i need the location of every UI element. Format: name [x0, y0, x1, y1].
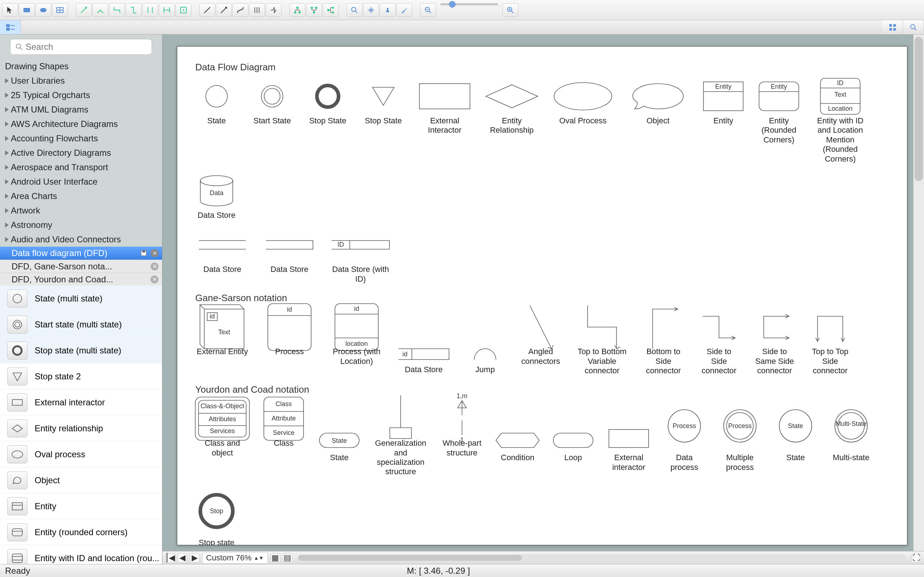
eyedrop-icon[interactable]: [396, 3, 412, 17]
library-row[interactable]: AWS Architecture Diagrams: [0, 117, 162, 131]
fit-page-icon[interactable]: ⛶: [912, 553, 921, 562]
close-icon[interactable]: ✕: [150, 263, 158, 271]
library-row[interactable]: Audio and Video Connectors: [0, 232, 162, 247]
stamp-icon[interactable]: [380, 3, 396, 17]
library-row[interactable]: Aerospace and Transport: [0, 160, 162, 174]
grid-view-tab[interactable]: [882, 20, 903, 34]
zoom-slider[interactable]: [440, 3, 498, 5]
svg-rect-10: [315, 7, 317, 9]
library-panel-tab[interactable]: [0, 20, 21, 34]
tree-2[interactable]: [306, 3, 322, 17]
library-row[interactable]: Android User Interface: [0, 174, 162, 189]
canvas[interactable]: Data Flow Diagram State Start State Stop…: [177, 46, 908, 545]
tree-3[interactable]: [323, 3, 339, 17]
page-prev-icon[interactable]: ◀: [178, 553, 187, 562]
search-panel-tab[interactable]: [903, 20, 924, 34]
close-icon[interactable]: ✕: [150, 276, 158, 284]
sub-library-row[interactable]: DFD, Gane-Sarson nota...✕: [0, 259, 162, 272]
shape-icon: [7, 419, 27, 437]
zoom-in-icon[interactable]: [347, 3, 362, 17]
close-icon[interactable]: ✕: [150, 249, 158, 257]
selected-library[interactable]: Data flow diagram (DFD) ✕: [0, 247, 162, 259]
conn-2[interactable]: [92, 3, 108, 17]
svg-text:Data: Data: [210, 189, 224, 197]
search-box[interactable]: [10, 39, 152, 55]
shape-row[interactable]: Oval process: [0, 442, 162, 467]
library-row[interactable]: 25 Typical Orgcharts: [0, 88, 162, 102]
view-mode-2[interactable]: ▤: [283, 553, 292, 562]
svg-text:State: State: [788, 422, 803, 429]
library-row[interactable]: Astronomy: [0, 218, 162, 232]
shape-row[interactable]: Entity: [0, 493, 162, 519]
conn-5[interactable]: [142, 3, 158, 17]
horizontal-scrollbar[interactable]: [298, 554, 906, 561]
conn-6[interactable]: [159, 3, 175, 17]
svg-text:id: id: [210, 313, 215, 320]
conn-3[interactable]: [109, 3, 125, 17]
tree-1[interactable]: [289, 3, 305, 17]
panel-strip: [0, 20, 924, 35]
svg-text:id: id: [402, 351, 407, 358]
svg-rect-45: [419, 84, 470, 109]
expand-icon: [5, 150, 9, 155]
svg-rect-11: [313, 11, 315, 13]
search-input[interactable]: [26, 42, 147, 52]
main-toolbar: [0, 0, 924, 20]
shape-row[interactable]: Entity (rounded corners): [0, 519, 162, 545]
library-row[interactable]: User Libraries: [0, 74, 162, 88]
zoom-in-button[interactable]: [502, 3, 518, 17]
svg-point-15: [352, 7, 356, 11]
zoom-out-button[interactable]: [420, 3, 436, 17]
library-list: Drawing ShapesUser Libraries25 Typical O…: [0, 59, 162, 247]
line-5[interactable]: [266, 3, 281, 17]
svg-point-24: [911, 24, 915, 29]
expand-icon: [5, 93, 9, 98]
library-row[interactable]: Drawing Shapes: [0, 59, 162, 74]
shape-row[interactable]: Object: [0, 467, 162, 493]
conn-4[interactable]: [126, 3, 142, 17]
pan-icon[interactable]: [363, 3, 379, 17]
line-2[interactable]: [216, 3, 232, 17]
view-mode-1[interactable]: ▦: [271, 553, 280, 562]
library-row[interactable]: Area Charts: [0, 189, 162, 203]
svg-text:Attribute: Attribute: [271, 415, 296, 422]
shape-icon: [7, 471, 27, 489]
svg-rect-36: [12, 529, 23, 536]
shape-row[interactable]: State (multi state): [0, 285, 162, 311]
svg-rect-18: [6, 24, 10, 27]
shape-row[interactable]: Start state (multi state): [0, 311, 162, 338]
sub-library-row[interactable]: DFD, Yourdon and Coad...✕: [0, 272, 162, 285]
shape-row[interactable]: Entity relationship: [0, 416, 162, 442]
library-row[interactable]: Accounting Flowcharts: [0, 131, 162, 146]
svg-rect-22: [889, 28, 892, 31]
status-coords: M: [ 3.46, -0.29 ]: [30, 566, 847, 576]
page-first-icon[interactable]: ⎮◀: [165, 553, 175, 562]
svg-rect-32: [12, 400, 23, 405]
shape-row[interactable]: Entity with ID and location (rou...: [0, 545, 162, 564]
svg-text:Multi-State: Multi-State: [835, 420, 867, 427]
svg-rect-34: [12, 503, 23, 510]
ellipse-tool[interactable]: [36, 3, 51, 17]
page-next-icon[interactable]: ▶: [190, 553, 199, 562]
line-1[interactable]: [199, 3, 215, 17]
library-row[interactable]: Active Directory Diagrams: [0, 146, 162, 160]
rect-tool[interactable]: [19, 3, 35, 17]
table-tool[interactable]: [52, 3, 68, 17]
pointer-tool[interactable]: [2, 3, 18, 17]
save-icon[interactable]: [140, 249, 148, 257]
library-row[interactable]: Artwork: [0, 203, 162, 218]
svg-rect-27: [142, 251, 145, 253]
svg-text:Location: Location: [828, 105, 853, 112]
svg-point-31: [13, 346, 22, 355]
library-row[interactable]: ATM UML Diagrams: [0, 102, 162, 117]
conn-1[interactable]: [76, 3, 92, 17]
vertical-scrollbar[interactable]: [913, 35, 924, 551]
shape-row[interactable]: External interactor: [0, 390, 162, 416]
svg-rect-98: [553, 433, 593, 448]
zoom-dropdown[interactable]: Custom 76%▲▼: [202, 552, 268, 564]
line-3[interactable]: [233, 3, 248, 17]
conn-7[interactable]: [175, 3, 191, 17]
shape-row[interactable]: Stop state (multi state): [0, 338, 162, 364]
shape-row[interactable]: Stop state 2: [0, 364, 162, 390]
line-4[interactable]: [249, 3, 265, 17]
